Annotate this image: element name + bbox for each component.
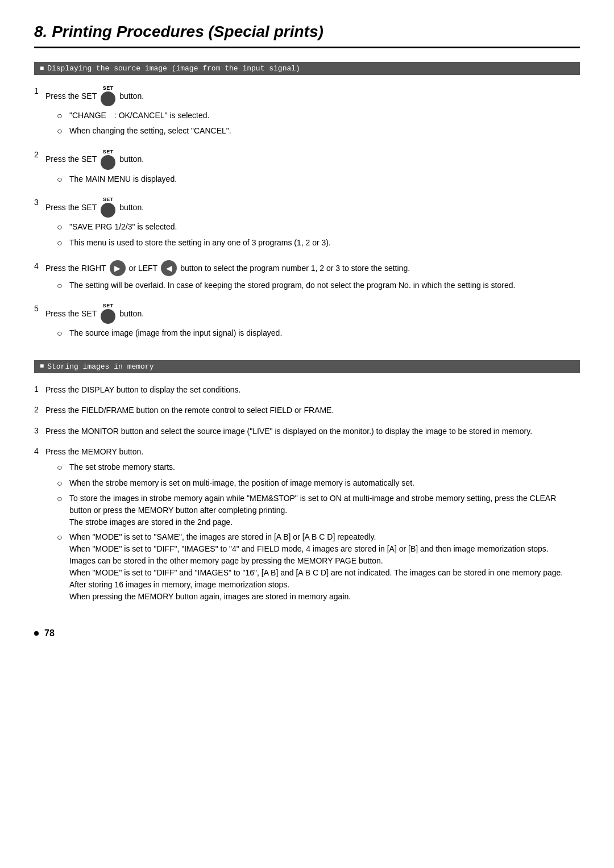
step-5-content: Press the SET SET button. ○ The source i… [45,303,580,343]
step-2-suffix: button. [119,155,144,164]
step-1-content: Press the SET SET button. ○ "CHANGE : OK… [45,85,580,141]
step-3-text: Press the SET [45,203,97,212]
s2-step-4: 4 Press the MEMORY button. ○ The set str… [34,445,580,606]
s2-bullet-4-2: ○ When the strobe memory is set on multi… [57,477,580,490]
step-5-text: Press the SET [45,309,97,318]
page-dot-icon [34,631,39,636]
step-1-num: 1 [34,85,45,95]
right-arrow-icon: ▶ [110,260,126,276]
s2-bullet-4-4: ○ When "MODE" is set to "SAME", the imag… [57,531,580,603]
step-5-suffix: button. [119,309,144,318]
step-4-bullets: ○ The setting will be overlaid. In case … [57,279,580,292]
step-5-num: 5 [34,303,45,313]
section1-header: Displaying the source image (image from … [34,62,580,75]
left-arrow-icon: ◀ [161,260,177,276]
s2-step-1-text: Press the DISPLAY button to display the … [45,385,240,394]
s2-step-2-content: Press the FIELD/FRAME button on the remo… [45,404,580,416]
step-1-text: Press the SET [45,91,97,101]
s2-bullet-4-3: ○ To store the images in strobe memory a… [57,493,580,528]
section-display-source: Displaying the source image (image from … [34,62,580,343]
step-2-num: 2 [34,149,45,159]
step-4-suffix: button to select the program number 1, 2… [180,264,410,273]
step-2-text: Press the SET [45,155,97,164]
section-storing-images: Storing images in memory 1 Press the DIS… [34,360,580,606]
step-2-bullets: ○ The MAIN MENU is displayed. [57,173,580,186]
step-2-content: Press the SET SET button. ○ The MAIN MEN… [45,149,580,189]
step-5-bullets: ○ The source image (image from the input… [57,327,580,340]
s2-step-1-num: 1 [34,383,45,394]
s2-step-4-num: 4 [34,445,45,456]
step-5: 5 Press the SET SET button. ○ The source… [34,303,580,343]
step-4: 4 Press the RIGHT ▶ or LEFT ◀ button to … [34,260,580,295]
section2-header: Storing images in memory [34,360,580,373]
page-footer: 78 [34,628,580,639]
bullet-3-2: ○ This menu is used to store the setting… [57,237,580,249]
bullet-2-1: ○ The MAIN MENU is displayed. [57,173,580,186]
s2-bullet-4-1: ○ The set strobe memory starts. [57,461,580,474]
set-button-3: SET [101,197,115,218]
s2-step-2: 2 Press the FIELD/FRAME button on the re… [34,404,580,416]
page-number: 78 [44,628,55,639]
step-1: 1 Press the SET SET button. ○ "CHANGE : … [34,85,580,141]
step-3-num: 3 [34,197,45,207]
bullet-4-1: ○ The setting will be overlaid. In case … [57,279,580,292]
bullet-3-1: ○ "SAVE PRG 1/2/3" is selected. [57,221,580,233]
step-3-suffix: button. [119,203,144,212]
step-3: 3 Press the SET SET button. ○ "SAVE PRG … [34,197,580,252]
s2-step-1-content: Press the DISPLAY button to display the … [45,383,580,396]
bullet-1-2: ○ When changing the setting, select "CAN… [57,125,580,137]
s2-step-4-content: Press the MEMORY button. ○ The set strob… [45,445,580,606]
s2-step-1: 1 Press the DISPLAY button to display th… [34,383,580,396]
page-title: 8. Printing Procedures (Special prints) [34,23,580,48]
set-button-2: SET [101,149,115,170]
step-1-suffix: button. [119,91,144,101]
s2-step-4-text: Press the MEMORY button. [45,447,143,456]
step-4-content: Press the RIGHT ▶ or LEFT ◀ button to se… [45,260,580,295]
step-4-num: 4 [34,260,45,270]
bullet-5-1: ○ The source image (image from the input… [57,327,580,340]
s2-step-4-bullets: ○ The set strobe memory starts. ○ When t… [57,461,580,603]
s2-step-3-num: 3 [34,425,45,435]
set-button-5: SET [101,303,115,324]
step-4-text: Press the RIGHT [45,264,106,273]
s2-step-3-text: Press the MONITOR button and select the … [45,427,532,436]
s2-step-3: 3 Press the MONITOR button and select th… [34,425,580,437]
step-3-bullets: ○ "SAVE PRG 1/2/3" is selected. ○ This m… [57,221,580,249]
step-4-middle: or LEFT [129,264,158,273]
s2-step-3-content: Press the MONITOR button and select the … [45,425,580,437]
s2-step-2-text: Press the FIELD/FRAME button on the remo… [45,406,334,415]
step-2: 2 Press the SET SET button. ○ The MAIN M… [34,149,580,189]
set-button-1: SET [101,85,115,106]
step-3-content: Press the SET SET button. ○ "SAVE PRG 1/… [45,197,580,252]
step-1-bullets: ○ "CHANGE : OK/CANCEL" is selected. ○ Wh… [57,110,580,138]
s2-step-2-num: 2 [34,404,45,414]
bullet-1-1: ○ "CHANGE : OK/CANCEL" is selected. [57,110,580,122]
